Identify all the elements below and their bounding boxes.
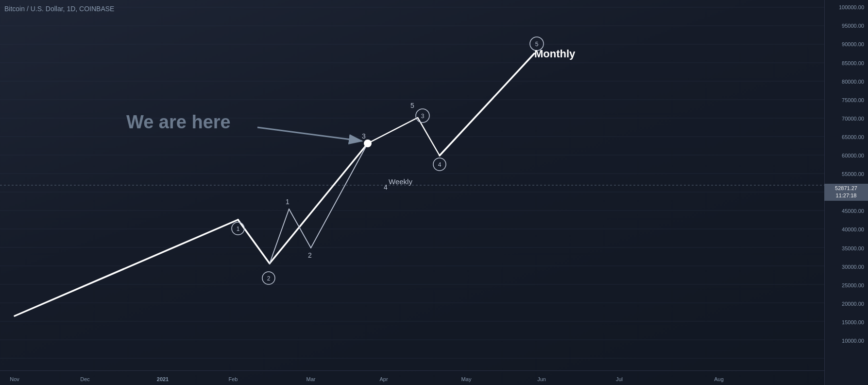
weekly-label: Weekly xyxy=(389,177,412,186)
chart-title: Bitcoin / U.S. Dollar, 1D, COINBASE xyxy=(4,5,114,13)
y-axis-label: 100000.00 xyxy=(839,4,864,10)
y-axis-label: 90000.00 xyxy=(842,41,864,47)
current-price: 52871.27 xyxy=(827,185,865,192)
x-axis-label: Dec xyxy=(80,376,90,382)
x-axis: NovDec2021FebMarAprMayJunJulAug xyxy=(0,370,824,385)
monthly-label: Monthly xyxy=(534,48,575,60)
y-axis-label: 20000.00 xyxy=(842,301,864,307)
we-are-here-annotation: We are here xyxy=(126,112,231,133)
svg-text:3: 3 xyxy=(421,113,425,120)
svg-text:5: 5 xyxy=(410,102,414,109)
y-axis-label: 25000.00 xyxy=(842,282,864,288)
x-axis-label: Apr xyxy=(379,376,388,382)
x-axis-label: Feb xyxy=(229,376,238,382)
svg-text:2: 2 xyxy=(267,275,271,282)
y-axis-label: 70000.00 xyxy=(842,116,864,122)
y-axis-label: 75000.00 xyxy=(842,97,864,103)
svg-text:1: 1 xyxy=(237,226,240,232)
svg-line-22 xyxy=(257,127,362,141)
y-axis-label: 15000.00 xyxy=(842,319,864,325)
y-axis-label: 30000.00 xyxy=(842,264,864,270)
y-axis-label: 35000.00 xyxy=(842,245,864,251)
y-axis-label: 40000.00 xyxy=(842,227,864,232)
x-axis-label: Mar xyxy=(306,376,316,382)
y-axis-label: 10000.00 xyxy=(842,338,864,344)
svg-text:3: 3 xyxy=(362,132,366,140)
price-badge: 52871.27 11:27:18 xyxy=(824,184,868,201)
current-time: 11:27:18 xyxy=(827,192,865,199)
x-axis-label: 2021 xyxy=(157,376,169,382)
y-axis-label: 95000.00 xyxy=(842,23,864,29)
svg-text:1: 1 xyxy=(286,198,289,206)
y-axis-label: 65000.00 xyxy=(842,134,864,140)
x-axis-label: May xyxy=(461,376,472,382)
svg-text:4: 4 xyxy=(384,183,388,191)
svg-text:2: 2 xyxy=(308,251,312,259)
y-axis-label: 80000.00 xyxy=(842,79,864,85)
x-axis-label: Nov xyxy=(10,376,19,382)
y-axis-label: 55000.00 xyxy=(842,171,864,177)
svg-point-38 xyxy=(364,140,372,147)
x-axis-label: Jun xyxy=(537,376,546,382)
y-axis-label: 45000.00 xyxy=(842,208,864,214)
x-axis-label: Jul xyxy=(616,376,623,382)
svg-text:4: 4 xyxy=(438,161,442,168)
x-axis-label: Aug xyxy=(714,376,724,382)
y-axis-label: 85000.00 xyxy=(842,60,864,66)
svg-text:5: 5 xyxy=(535,41,539,48)
y-axis-label: 60000.00 xyxy=(842,153,864,158)
chart-container: Bitcoin / U.S. Dollar, 1D, COINBASE 1000… xyxy=(0,0,868,385)
